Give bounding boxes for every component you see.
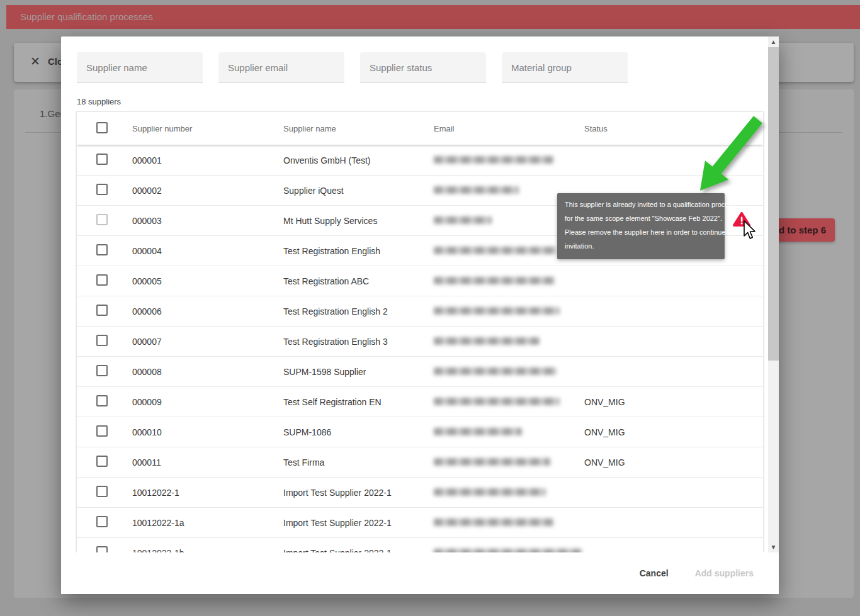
supplier-status-cell: ONV_MIG <box>584 397 763 407</box>
supplier-email-cell-redacted <box>434 306 584 316</box>
table-row[interactable]: 000005Test Registration ABC <box>77 266 763 296</box>
row-checkbox[interactable] <box>96 305 108 316</box>
supplier-status-filter-input[interactable] <box>360 52 486 83</box>
supplier-number-cell: 000006 <box>132 306 283 316</box>
supplier-email-cell-redacted <box>434 427 584 437</box>
supplier-email-cell-redacted <box>434 457 584 468</box>
row-checkbox[interactable] <box>96 425 108 437</box>
table-row[interactable]: 000007Test Registration English 3 <box>77 327 763 357</box>
cancel-button[interactable]: Cancel <box>640 568 669 578</box>
invitation-warning-tooltip: This supplier is already invited to a qu… <box>557 193 725 259</box>
supplier-email-cell-redacted <box>434 548 584 553</box>
supplier-number-cell: 000003 <box>132 216 283 226</box>
table-row[interactable]: 000008SUPM-1598 Supplier <box>77 357 763 387</box>
supplier-email-cell-redacted <box>434 276 584 286</box>
table-row[interactable]: 10012022-1aImport Test Supplier 2022-1 <box>77 508 763 538</box>
row-checkbox[interactable] <box>96 486 108 497</box>
filter-bar <box>77 52 628 83</box>
row-checkbox[interactable] <box>96 335 108 346</box>
column-header-email: Email <box>434 124 584 133</box>
row-checkbox[interactable] <box>96 395 108 406</box>
material-group-filter-input[interactable] <box>502 52 628 83</box>
supplier-number-cell: 10012022-1 <box>132 488 283 498</box>
table-row[interactable]: 000001Onventis GmbH (Test) <box>77 145 763 176</box>
supplier-name-cell: Test Self Registration EN <box>283 397 434 407</box>
supplier-name-cell: Supplier iQuest <box>283 186 434 196</box>
supplier-number-cell: 000011 <box>132 457 283 468</box>
row-checkbox[interactable] <box>96 365 108 376</box>
row-checkbox[interactable] <box>96 456 108 467</box>
supplier-count-label: 18 suppliers <box>77 97 121 106</box>
column-header-status: Status <box>584 124 763 133</box>
supplier-name-cell: SUPM-1598 Supplier <box>283 367 434 377</box>
supplier-email-cell-redacted <box>434 488 584 498</box>
row-checkbox[interactable] <box>96 546 108 552</box>
supplier-number-cell: 000008 <box>132 367 283 377</box>
table-row[interactable]: 000006Test Registration English 2 <box>77 296 763 327</box>
row-checkbox[interactable] <box>96 244 108 255</box>
supplier-number-cell: 10012022-1a <box>132 518 283 528</box>
supplier-number-cell: 000010 <box>132 427 283 437</box>
close-button[interactable]: ✕ Clo <box>30 54 63 69</box>
supplier-number-cell: 000005 <box>132 276 283 286</box>
supplier-name-cell: Test Registration English <box>283 246 434 256</box>
supplier-name-cell: Import Test Supplier 2022-1 <box>283 548 434 553</box>
supplier-email-filter-input[interactable] <box>218 52 344 83</box>
vertical-scrollbar[interactable]: ▲ ▼ <box>768 36 779 552</box>
warning-icon[interactable] <box>733 212 750 227</box>
supplier-email-cell-redacted <box>434 367 584 377</box>
supplier-email-cell-redacted <box>434 397 584 407</box>
table-row[interactable]: 000010SUPM-1086ONV_MIG <box>77 417 763 447</box>
supplier-number-cell: 000004 <box>132 246 283 256</box>
row-checkbox[interactable] <box>96 154 108 165</box>
select-all-checkbox[interactable] <box>96 122 108 133</box>
supplier-name-filter-input[interactable] <box>77 52 203 83</box>
supplier-name-cell: Test Firma <box>283 457 434 468</box>
supplier-name-cell: Import Test Supplier 2022-1 <box>283 518 434 528</box>
column-header-supplier-number: Supplier number <box>132 124 283 133</box>
supplier-number-cell: 000002 <box>132 186 283 196</box>
dialog-footer: Cancel Add suppliers <box>61 552 779 594</box>
suppliers-table: Supplier number Supplier name Email Stat… <box>76 111 764 552</box>
supplier-name-cell: SUPM-1086 <box>283 427 434 437</box>
supplier-email-cell-redacted <box>434 337 584 347</box>
app-header-bar: Supplier qualification processes <box>6 5 860 29</box>
row-checkbox[interactable] <box>96 184 108 195</box>
supplier-name-cell: Import Test Supplier 2022-1 <box>283 488 434 498</box>
row-checkbox[interactable] <box>96 214 108 225</box>
supplier-email-cell-redacted <box>434 155 584 165</box>
scroll-up-icon[interactable]: ▲ <box>768 36 779 47</box>
supplier-email-cell-redacted <box>434 518 584 528</box>
table-row[interactable]: 10012022-1bImport Test Supplier 2022-1 <box>77 538 763 552</box>
add-suppliers-button[interactable]: Add suppliers <box>695 568 754 578</box>
supplier-number-cell: 000009 <box>132 397 283 407</box>
table-header-row: Supplier number Supplier name Email Stat… <box>77 112 763 145</box>
close-icon: ✕ <box>30 54 40 69</box>
supplier-name-cell: Test Registration ABC <box>283 276 434 286</box>
supplier-status-cell: ONV_MIG <box>584 427 763 437</box>
column-header-supplier-name: Supplier name <box>283 124 434 133</box>
supplier-name-cell: Test Registration English 2 <box>283 306 434 316</box>
page-title: Supplier qualification processes <box>20 11 153 22</box>
supplier-name-cell: Onventis GmbH (Test) <box>283 155 434 165</box>
table-row[interactable]: 10012022-1Import Test Supplier 2022-1 <box>77 478 763 508</box>
supplier-status-cell: ONV_MIG <box>584 457 763 468</box>
supplier-name-cell: Test Registration English 3 <box>283 337 434 347</box>
supplier-number-cell: 000001 <box>132 155 283 165</box>
row-checkbox[interactable] <box>96 516 108 527</box>
scrollbar-thumb[interactable] <box>768 47 779 361</box>
add-suppliers-dialog: 18 suppliers Supplier number Supplier na… <box>61 36 779 594</box>
supplier-number-cell: 000007 <box>132 337 283 347</box>
row-checkbox[interactable] <box>96 274 108 286</box>
supplier-name-cell: Mt Hutt Supply Services <box>283 216 434 226</box>
table-row[interactable]: 000011Test FirmaONV_MIG <box>77 447 763 478</box>
scroll-down-icon[interactable]: ▼ <box>768 542 779 552</box>
table-row[interactable]: 000009Test Self Registration ENONV_MIG <box>77 387 763 417</box>
supplier-number-cell: 10012022-1b <box>132 548 283 553</box>
